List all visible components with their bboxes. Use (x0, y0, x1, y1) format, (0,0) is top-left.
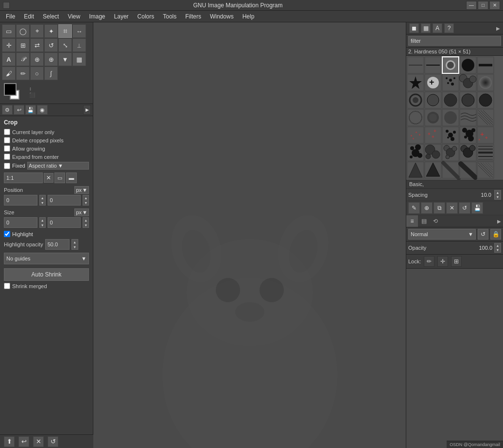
tool-ellipse-select[interactable]: ◯ (16, 24, 30, 38)
tool-crop[interactable]: ⌗ (58, 24, 72, 38)
highlight-opacity-down[interactable]: ▼ (72, 244, 78, 249)
tool-align[interactable]: ⊞ (16, 38, 30, 52)
size-w-arrows[interactable]: ▲ ▼ (39, 217, 46, 228)
tool-bucket-fill[interactable]: ▼ (58, 52, 72, 66)
tool-scale[interactable]: ⤡ (58, 38, 72, 52)
auto-shrink-button[interactable]: Auto Shrink (4, 268, 89, 281)
brush-presets-area[interactable]: + (406, 56, 503, 180)
lock-pixels-btn[interactable]: ✏ (424, 256, 434, 267)
shrink-merged-checkbox[interactable] (4, 283, 10, 289)
ratio-portrait-button[interactable]: ▭ (54, 172, 65, 183)
position-y-input[interactable]: 0 (48, 195, 81, 206)
size-h-up[interactable]: ▲ (83, 218, 88, 223)
expand-from-center-checkbox[interactable] (4, 154, 10, 160)
fonts-icon-btn[interactable]: A (433, 23, 442, 33)
menu-view[interactable]: View (64, 12, 84, 21)
position-y-arrows[interactable]: ▲ ▼ (83, 195, 89, 206)
tool-shear[interactable]: ⟂ (72, 38, 86, 52)
brush-edit-btn[interactable]: ✎ (408, 202, 420, 214)
allow-growing-checkbox[interactable] (4, 145, 10, 152)
tool-airbrush[interactable]: ○ (30, 67, 44, 80)
current-layer-only-checkbox[interactable] (4, 129, 10, 135)
menu-windows[interactable]: Windows (206, 12, 238, 21)
options-tab-undo[interactable]: ↩ (14, 105, 24, 115)
options-panel-arrow[interactable]: ▶ (83, 105, 91, 115)
spacing-down[interactable]: ▼ (495, 195, 501, 199)
tool-zoom[interactable]: ⊕ (44, 52, 58, 66)
options-tab-save[interactable]: 💾 (25, 105, 36, 115)
maximize-button[interactable]: □ (478, 1, 488, 10)
tool-move[interactable]: ✛ (2, 38, 16, 52)
tool-transform[interactable]: ↔ (72, 24, 86, 38)
brush-save-btn[interactable]: 💾 (471, 202, 483, 214)
delete-cropped-pixels-checkbox[interactable] (4, 137, 10, 143)
menu-tools[interactable]: Tools (159, 12, 180, 21)
brush-delete-btn[interactable]: ✕ (446, 202, 458, 214)
highlight-opacity-spinbox[interactable]: 50.0 (45, 239, 69, 250)
lock-position-btn[interactable]: ✛ (437, 256, 448, 267)
lock-alpha-btn[interactable]: ⊞ (451, 256, 462, 267)
tool-paintbrush[interactable]: 🖌 (2, 67, 16, 80)
tool-flip[interactable]: ⇄ (30, 38, 44, 52)
canvas-area[interactable] (93, 22, 406, 448)
position-x-up[interactable]: ▲ (40, 195, 45, 200)
layers-tab[interactable]: ≡ (406, 215, 418, 227)
options-tab-info[interactable]: ◉ (37, 105, 48, 115)
layer-mode-dropdown[interactable]: Normal ▼ (408, 229, 476, 240)
brushes-icon-btn[interactable]: ◼ (409, 23, 419, 33)
position-unit-dropdown[interactable]: px ▼ (74, 186, 89, 194)
highlight-opacity-up[interactable]: ▲ (72, 240, 78, 244)
opacity-up[interactable]: ▲ (495, 243, 501, 248)
tool-rect-select[interactable]: ▭ (2, 24, 16, 38)
tool-path[interactable]: 𝒫 (16, 52, 30, 66)
tool-rotate[interactable]: ↺ (44, 38, 58, 52)
bottom-export-button[interactable]: ⬆ (4, 436, 15, 447)
menu-image[interactable]: Image (85, 12, 109, 21)
swap-colors-icon[interactable]: ↕ (29, 86, 35, 91)
menu-edit[interactable]: Edit (20, 12, 38, 21)
menu-help[interactable]: Help (239, 12, 259, 21)
size-w-down[interactable]: ▼ (40, 223, 45, 227)
size-unit-dropdown[interactable]: px ▼ (74, 208, 89, 216)
menu-layer[interactable]: Layer (110, 12, 133, 21)
brush-duplicate-btn[interactable]: ⊕ (421, 202, 433, 214)
size-h-down[interactable]: ▼ (83, 223, 88, 227)
layers-panel-expand[interactable]: ▶ (497, 219, 503, 224)
size-h-arrows[interactable]: ▲ ▼ (83, 217, 89, 228)
highlight-opacity-arrows[interactable]: ▲ ▼ (71, 239, 78, 250)
ratio-landscape-button[interactable]: ▬ (66, 172, 77, 183)
channels-tab[interactable]: ▤ (418, 215, 430, 227)
spacing-up[interactable]: ▲ (495, 190, 501, 195)
bottom-restore-button[interactable]: ↺ (48, 436, 58, 447)
guides-dropdown[interactable]: No guides ▼ (4, 253, 89, 264)
layer-lock-alpha-btn[interactable]: 🔒 (490, 229, 501, 240)
layer-cycle-btn[interactable]: ↺ (478, 229, 488, 240)
bottom-delete-button[interactable]: ✕ (33, 436, 44, 447)
highlight-checkbox[interactable] (4, 231, 10, 237)
title-bar-controls[interactable]: — □ ✕ (466, 1, 500, 10)
menu-filters[interactable]: Filters (181, 12, 205, 21)
menu-file[interactable]: File (2, 12, 19, 21)
size-h-input[interactable]: 0 (48, 217, 81, 228)
brush-copy-btn[interactable]: ⧉ (434, 202, 445, 214)
tool-pencil[interactable]: ✏ (16, 67, 30, 80)
default-colors-icon[interactable]: ⬛ (29, 92, 35, 98)
brush-filter-input[interactable] (408, 36, 501, 46)
help-icon-btn[interactable]: ? (444, 23, 454, 33)
position-x-down[interactable]: ▼ (40, 200, 45, 205)
patterns-icon-btn[interactable]: ▦ (421, 23, 431, 33)
aspect-ratio-dropdown[interactable]: Aspect ratio ▼ (27, 162, 89, 170)
position-y-down[interactable]: ▼ (83, 200, 88, 205)
ratio-input[interactable] (4, 172, 43, 183)
fixed-checkbox[interactable] (4, 163, 10, 169)
tool-ink[interactable]: ∫ (44, 67, 58, 80)
size-w-up[interactable]: ▲ (40, 218, 45, 223)
spacing-arrows[interactable]: ▲ ▼ (494, 190, 501, 200)
tool-fuzzy-select[interactable]: ✦ (44, 24, 58, 38)
menu-colors[interactable]: Colors (134, 12, 158, 21)
tool-gradient[interactable]: ▦ (72, 52, 86, 66)
tool-text[interactable]: A (2, 52, 16, 66)
ratio-clear-button[interactable]: ✕ (44, 173, 53, 183)
brush-refresh-btn[interactable]: ↺ (459, 202, 470, 214)
close-button[interactable]: ✕ (489, 1, 500, 10)
